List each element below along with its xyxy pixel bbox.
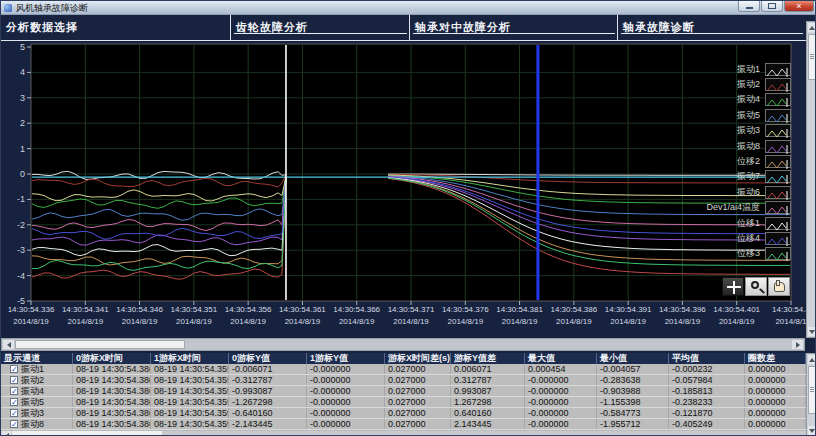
legend-item-位移1[interactable]: 位移1: [689, 216, 791, 230]
legend-item-振动4[interactable]: 振动4: [689, 93, 791, 107]
channel-checkbox[interactable]: ✓: [10, 420, 18, 428]
cell: 0.027000: [385, 386, 451, 396]
hand-icon: [774, 282, 785, 292]
scroll-up-icon: [809, 358, 815, 362]
table-horizontal-scrollbar[interactable]: [1, 431, 806, 436]
channel-cell: ✓振动5: [1, 397, 73, 407]
cell: 0.000000: [745, 386, 806, 396]
table-row[interactable]: ✓振动208-19 14:30:54.38608-19 14:30:54.359…: [1, 375, 806, 386]
column-header-8[interactable]: 最大值: [525, 353, 597, 364]
y-axis-tick-label: -1: [17, 194, 25, 204]
x-axis-date-label: 2014/8/19: [230, 317, 266, 326]
window-vertical-scrollbar[interactable]: [806, 21, 816, 338]
cell: 08-19 14:30:54.359: [151, 419, 229, 429]
cell: -0.000000: [525, 408, 597, 418]
tab-3[interactable]: 轴承对中故障分析: [409, 15, 617, 40]
chart-horizontal-scrollbar[interactable]: [1, 338, 805, 351]
tab-4[interactable]: 轴承故障诊断: [617, 15, 805, 40]
column-header-6[interactable]: 游标X时间差(s): [385, 353, 451, 364]
channel-checkbox[interactable]: ✓: [10, 376, 18, 384]
close-button[interactable]: ×: [784, 1, 814, 12]
cell: -0.185813: [669, 386, 745, 396]
zoom-tool-button[interactable]: [745, 277, 767, 296]
x-axis-date-label: 2014/8/19: [556, 317, 592, 326]
column-header-9[interactable]: 最小值: [597, 353, 669, 364]
thumb-grip: [809, 54, 815, 59]
cell: 0.000000: [745, 408, 806, 418]
cursor-tool-button[interactable]: [722, 277, 744, 296]
maximize-button[interactable]: [761, 1, 783, 12]
minimize-button[interactable]: [738, 1, 760, 12]
legend-item-振动8[interactable]: 振动8: [689, 139, 791, 153]
cell: -0.000000: [525, 375, 597, 385]
tab-1[interactable]: 分析数据选择: [1, 15, 230, 40]
column-header-5[interactable]: 1游标Y值: [307, 353, 385, 364]
x-axis-time-label: 14:30:54.346: [116, 305, 163, 314]
channel-checkbox[interactable]: ✓: [10, 398, 18, 406]
legend-label: 振动4: [689, 93, 765, 106]
legend-item-位移3[interactable]: 位移3: [689, 247, 791, 261]
column-header-1[interactable]: 显示通道: [1, 353, 73, 364]
column-header-7[interactable]: 游标Y值差: [451, 353, 525, 364]
scroll-left-button[interactable]: [3, 340, 14, 349]
cell: -0.000000: [525, 419, 597, 429]
tab-2[interactable]: 齿轮故障分析: [230, 15, 409, 40]
column-header-3[interactable]: 1游标X时间: [151, 353, 229, 364]
column-header-11[interactable]: 圈数差: [745, 353, 806, 364]
table-row[interactable]: ✓振动108-19 14:30:54.38608-19 14:30:54.359…: [1, 364, 806, 375]
table-row[interactable]: ✓振动408-19 14:30:54.38608-19 14:30:54.359…: [1, 386, 806, 397]
scroll-down-button[interactable]: [808, 327, 816, 336]
x-axis-date-label: 2014/8/1: [775, 317, 807, 326]
cell: 08-19 14:30:54.359: [151, 408, 229, 418]
thumb-grip: [809, 387, 815, 392]
channel-name: 振动3: [21, 408, 44, 418]
channel-checkbox[interactable]: ✓: [10, 409, 18, 417]
table-row[interactable]: ✓振动808-19 14:30:54.38608-19 14:30:54.359…: [1, 419, 806, 430]
legend-item-位移2[interactable]: 位移2: [689, 154, 791, 168]
cell: 08-19 14:30:54.386: [73, 364, 151, 374]
legend-item-振动6[interactable]: 振动6: [689, 185, 791, 199]
scroll-down-button[interactable]: [808, 426, 816, 435]
scrollbar-thumb[interactable]: [12, 431, 162, 436]
x-axis-time-label: 14:30:54.341: [62, 305, 109, 314]
table-vertical-scrollbar[interactable]: [806, 353, 816, 436]
scrollbar-thumb[interactable]: [15, 340, 185, 349]
cell: -0.238233: [669, 397, 745, 407]
legend-item-位移4[interactable]: 位移4: [689, 231, 791, 245]
legend-item-振动3[interactable]: 振动3: [689, 124, 791, 138]
x-axis-time-label: 14:30:54.4: [772, 305, 810, 314]
tab-label: 齿轮故障分析: [236, 21, 308, 33]
y-axis-tick-label: 5: [20, 42, 25, 52]
legend-item-振动7[interactable]: 振动7: [689, 170, 791, 184]
cell: -1.267298: [229, 397, 307, 407]
channel-checkbox[interactable]: ✓: [10, 365, 18, 373]
legend-item-振动1[interactable]: 振动1: [689, 62, 791, 76]
scroll-left-button[interactable]: [2, 431, 11, 436]
legend-label: 振动5: [689, 109, 765, 122]
channel-checkbox[interactable]: ✓: [10, 387, 18, 395]
scrollbar-thumb[interactable]: [808, 34, 816, 80]
column-header-4[interactable]: 0游标Y值: [229, 353, 307, 364]
x-axis-date-label: 2014/8/19: [122, 317, 158, 326]
scrollbar-thumb[interactable]: [808, 366, 816, 414]
column-header-2[interactable]: 0游标X时间: [73, 353, 151, 364]
pan-tool-button[interactable]: [768, 277, 790, 296]
cell: 1.267298: [451, 397, 525, 407]
scroll-right-button[interactable]: [792, 340, 803, 349]
legend-item-Dev1/ai4温度[interactable]: Dev1/ai4温度: [689, 201, 791, 215]
channel-cell: ✓振动8: [1, 419, 73, 429]
legend-item-振动5[interactable]: 振动5: [689, 108, 791, 122]
legend-label: 振动3: [689, 124, 765, 137]
cell: 0.027000: [385, 419, 451, 429]
table-row[interactable]: ✓振动508-19 14:30:54.38608-19 14:30:54.359…: [1, 397, 806, 408]
y-axis-tick-label: 3: [20, 93, 25, 103]
x-axis-date-label: 2014/8/19: [665, 317, 701, 326]
table-row[interactable]: ✓振动308-19 14:30:54.38608-19 14:30:54.359…: [1, 408, 806, 419]
column-header-10[interactable]: 平均值: [669, 353, 745, 364]
legend-item-振动2[interactable]: 振动2: [689, 77, 791, 91]
graph-palette: [722, 277, 791, 296]
maximize-icon: [768, 3, 776, 9]
scroll-up-button[interactable]: [808, 23, 816, 32]
cell: 08-19 14:30:54.359: [151, 375, 229, 385]
scroll-up-button[interactable]: [808, 355, 816, 364]
